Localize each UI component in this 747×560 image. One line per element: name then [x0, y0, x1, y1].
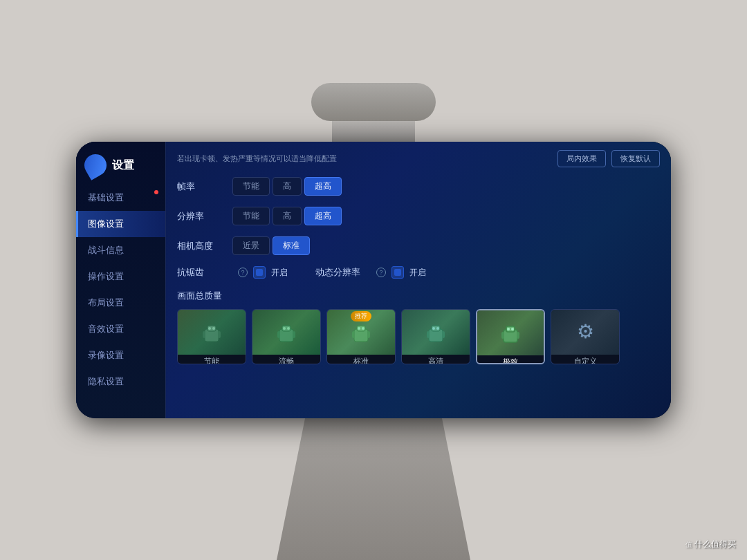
anti-aliasing-group: 抗锯齿 ? 开启 [177, 266, 288, 279]
frame-rate-economy[interactable]: 节能 [232, 177, 270, 196]
quality-section: 画面总质量 [177, 290, 660, 364]
quality-card-smooth-label: 流畅 [252, 355, 320, 364]
svg-rect-29 [517, 332, 519, 339]
header: 若出现卡顿、发热严重等情况可以适当降低配置 局内效果 恢复默认 [177, 150, 660, 167]
quality-card-economy-label: 节能 [178, 355, 246, 364]
svg-rect-10 [277, 331, 280, 338]
sidebar-item-operation[interactable]: 操作设置 [76, 263, 165, 290]
svg-point-20 [432, 327, 435, 330]
dr-checkbox[interactable] [391, 266, 404, 279]
resolution-economy[interactable]: 节能 [232, 207, 270, 225]
resolution-ultra[interactable]: 超高 [304, 207, 342, 225]
game-ui: 设置 基础设置 图像设置 战斗信息 操作设置 布局设置 音效设置 录像设 [76, 142, 671, 418]
frame-rate-label: 帧率 [177, 180, 232, 193]
settings-area: 帧率 节能 高 超高 分辨率 节能 高 超高 [177, 177, 660, 410]
quality-card-hd[interactable]: 高清 [401, 309, 470, 364]
aa-dynamic-row: 抗锯齿 ? 开启 动态分辨率 ? 开启 [177, 266, 660, 279]
watermark-text: 什么值得买 [694, 539, 736, 549]
resolution-row: 分辨率 节能 高 超高 [177, 207, 660, 225]
svg-point-21 [436, 327, 439, 330]
frame-rate-ultra[interactable]: 超高 [304, 177, 342, 196]
sidebar-item-layout[interactable]: 布局设置 [76, 290, 165, 316]
sidebar-item-image[interactable]: 图像设置 [76, 211, 165, 237]
sidebar-item-privacy[interactable]: 隐私设置 [76, 368, 165, 395]
svg-point-8 [283, 327, 286, 330]
recommend-badge: 推荐 [351, 311, 371, 321]
sidebar-item-recording[interactable]: 录像设置 [76, 342, 165, 368]
svg-rect-11 [293, 331, 295, 338]
svg-rect-28 [501, 332, 504, 339]
main-content: 若出现卡顿、发热严重等情况可以适当降低配置 局内效果 恢复默认 帧率 节能 高 … [166, 142, 671, 418]
camera-height-label: 相机高度 [177, 240, 232, 252]
game-logo-icon [80, 150, 111, 180]
aa-label: 抗锯齿 [177, 266, 232, 279]
sidebar-item-audio[interactable]: 音效设置 [76, 316, 165, 342]
svg-point-27 [511, 328, 514, 330]
svg-rect-22 [427, 331, 430, 338]
sidebar-item-battle[interactable]: 战斗信息 [76, 237, 165, 263]
frame-rate-row: 帧率 节能 高 超高 [177, 177, 660, 196]
camera-standard[interactable]: 标准 [273, 236, 310, 255]
dr-help-icon[interactable]: ? [376, 268, 386, 277]
logo-area: 设置 [76, 149, 165, 182]
camera-toggle-group: 近景 标准 [232, 236, 310, 255]
gear-icon: ⚙ [577, 319, 594, 342]
notification-dot [154, 190, 158, 194]
quality-cards: 节能 [177, 309, 660, 364]
camera-close[interactable]: 近景 [232, 236, 270, 255]
sidebar-item-basic[interactable]: 基础设置 [76, 185, 165, 211]
svg-point-3 [212, 327, 215, 330]
dynamic-resolution-group: 动态分辨率 ? 开启 [315, 266, 426, 279]
quality-card-custom-label: 自定义 [551, 355, 619, 364]
sidebar: 设置 基础设置 图像设置 战斗信息 操作设置 布局设置 音效设置 录像设 [76, 142, 166, 418]
frame-rate-toggle-group: 节能 高 超高 [232, 177, 342, 196]
quality-card-standard[interactable]: 推荐 [326, 309, 396, 364]
svg-rect-5 [218, 331, 221, 338]
svg-point-26 [507, 328, 510, 330]
header-notice: 若出现卡顿、发热严重等情况可以适当降低配置 [177, 153, 557, 164]
svg-rect-4 [203, 331, 205, 338]
reset-default-button[interactable]: 恢复默认 [611, 150, 660, 167]
watermark: 值 什么值得买 [685, 539, 736, 550]
camera-height-row: 相机高度 近景 标准 [177, 236, 660, 255]
aa-toggle-label: 开启 [271, 267, 288, 279]
svg-point-2 [208, 327, 211, 330]
svg-point-15 [362, 327, 365, 330]
dr-label: 动态分辨率 [315, 266, 371, 279]
quality-card-hd-label: 高清 [402, 355, 470, 364]
frame-rate-high[interactable]: 高 [273, 177, 302, 196]
svg-rect-23 [442, 331, 445, 338]
quality-card-custom[interactable]: ⚙ 自定义 [551, 309, 620, 364]
svg-rect-17 [367, 331, 370, 338]
aa-checkbox[interactable] [253, 266, 266, 279]
quality-card-standard-label: 标准 [327, 355, 395, 364]
phone: 设置 基础设置 图像设置 战斗信息 操作设置 布局设置 音效设置 录像设 [76, 142, 671, 418]
dr-toggle-label: 开启 [409, 267, 426, 279]
in-game-effect-button[interactable]: 局内效果 [557, 150, 606, 167]
phone-stand-clip [311, 83, 436, 121]
settings-title: 设置 [112, 158, 134, 173]
watermark-prefix: 值 [685, 541, 692, 548]
svg-point-14 [358, 327, 360, 330]
resolution-label: 分辨率 [177, 210, 232, 223]
aa-help-icon[interactable]: ? [238, 268, 248, 277]
quality-card-ultra[interactable]: 极致 [476, 309, 545, 364]
quality-card-smooth[interactable]: 流畅 [252, 309, 321, 364]
svg-rect-16 [352, 331, 355, 338]
resolution-high[interactable]: 高 [273, 207, 302, 225]
quality-title: 画面总质量 [177, 290, 660, 302]
quality-card-economy[interactable]: 节能 [177, 309, 246, 364]
resolution-toggle-group: 节能 高 超高 [232, 207, 342, 225]
header-buttons: 局内效果 恢复默认 [557, 150, 660, 167]
svg-point-9 [287, 327, 290, 330]
quality-card-ultra-label: 极致 [477, 355, 544, 364]
